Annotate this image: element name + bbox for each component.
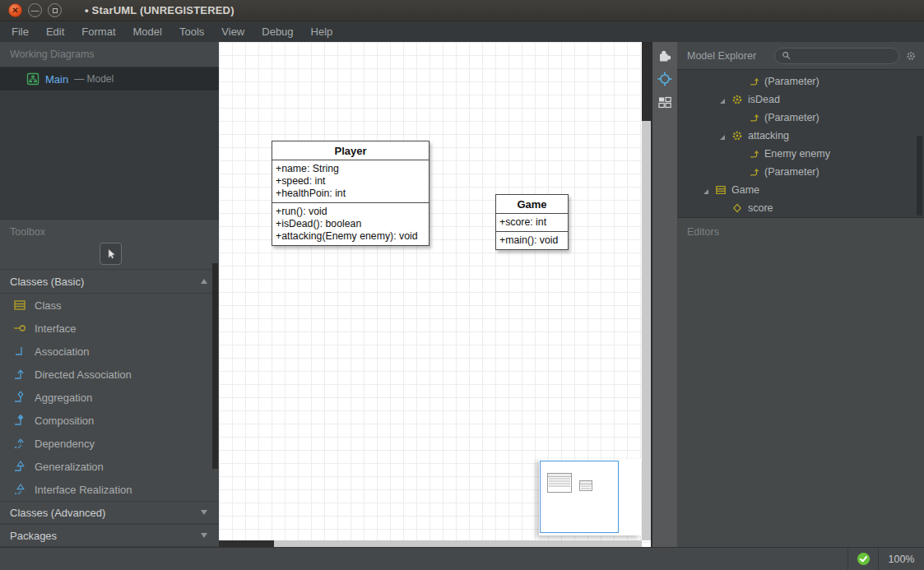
operation: +run(): void [276, 206, 425, 218]
tree-label: (Parameter) [764, 112, 820, 123]
diagram-canvas[interactable]: Player +name: String +speed: int +health… [219, 42, 651, 547]
collapse-down-icon[interactable] [201, 533, 207, 538]
parameter-icon [748, 166, 759, 178]
tool-label: Aggregation [35, 392, 92, 404]
canvas-vertical-scrollbar[interactable] [642, 42, 651, 540]
tree-item-attacking[interactable]: attacking [677, 127, 924, 145]
collapse-down-icon[interactable] [201, 510, 207, 515]
toolbox-section-classes-basic[interactable]: Classes (Basic) [0, 269, 219, 294]
staruml-window: ✕ — • StarUML (UNREGISTERED) File Edit F… [0, 0, 924, 570]
tree-label: attacking [748, 130, 789, 141]
menu-edit[interactable]: Edit [46, 25, 64, 38]
toolbox-scrollbar-thumb[interactable] [212, 263, 218, 469]
toolbox-section-classes-advanced[interactable]: Classes (Advanced) [0, 501, 219, 524]
tool-interface[interactable]: Interface [0, 317, 219, 340]
tool-label: Dependency [35, 438, 95, 450]
window-minimize-button[interactable]: — [28, 3, 42, 17]
model-explorer-search[interactable] [774, 48, 899, 64]
menu-file[interactable]: File [12, 25, 29, 38]
tool-dependency[interactable]: Dependency [0, 432, 219, 455]
menu-view[interactable]: View [221, 25, 244, 38]
class-operations: +run(): void +isDead(): boolean +attacki… [272, 203, 429, 245]
operation: +attacking(Enemy enemy): void [276, 230, 425, 243]
class-diagram-icon [26, 72, 39, 86]
extensions-puzzle-icon[interactable] [657, 49, 672, 63]
gear-icon[interactable] [906, 49, 916, 63]
menu-tools[interactable]: Tools [179, 25, 204, 38]
window-title: • StarUML (UNREGISTERED) [85, 4, 234, 16]
window-maximize-button[interactable] [48, 3, 62, 17]
window-close-button[interactable]: ✕ [8, 3, 22, 17]
menu-debug[interactable]: Debug [262, 25, 293, 38]
left-panel: Working Diagrams Main — Model Toolbox [0, 42, 219, 547]
menu-model[interactable]: Model [133, 25, 162, 38]
tool-label: Composition [35, 415, 94, 427]
tree-item-isdead[interactable]: isDead [677, 90, 924, 109]
tree-item-parameter[interactable]: (Parameter) [677, 72, 924, 90]
tool-aggregation[interactable]: Aggregation [0, 386, 219, 409]
tool-label: Association [35, 345, 89, 358]
tool-directed-association[interactable]: Directed Association [0, 363, 219, 386]
menu-format[interactable]: Format [81, 25, 115, 38]
status-bar: 100% [0, 547, 924, 570]
attribute: +name: String [276, 163, 425, 175]
uml-class-player[interactable]: Player +name: String +speed: int +health… [272, 141, 429, 246]
tool-interface-realization[interactable]: Interface Realization [0, 478, 219, 501]
tool-label: Interface [35, 322, 77, 335]
working-diagram-item-main[interactable]: Main — Model [0, 67, 219, 90]
collapse-up-icon[interactable] [201, 279, 207, 284]
tree-item-score[interactable]: score [677, 199, 924, 217]
expanded-triangle-icon[interactable] [720, 99, 725, 104]
sync-status [847, 548, 878, 570]
association-icon [13, 345, 26, 358]
model-explorer-scrollbar-thumb[interactable] [917, 136, 922, 215]
model-explorer-search-input[interactable] [795, 50, 892, 62]
class-attributes: +name: String +speed: int +healthPoin: i… [272, 160, 429, 203]
class-icon [715, 184, 727, 196]
tool-association[interactable]: Association [0, 340, 219, 363]
directed-association-icon [13, 368, 26, 381]
model-explorer-tree: (Parameter) isDead (Parame [677, 69, 924, 218]
tool-label: Interface Realization [35, 484, 132, 496]
horizontal-scrollbar-thumb[interactable] [219, 540, 274, 547]
operation: +isDead(): boolean [276, 218, 425, 230]
tree-item-parameter[interactable]: (Parameter) [677, 163, 924, 181]
tree-label: (Parameter) [764, 76, 820, 87]
diagram-name: Main [45, 73, 68, 86]
tree-item-game[interactable]: Game [677, 181, 924, 199]
diagram-parent-label: — Model [74, 73, 114, 85]
toolbox-items: Class Interface Association [0, 294, 219, 501]
operation-icon [731, 94, 743, 105]
class-name: Game [496, 195, 568, 214]
tool-composition[interactable]: Composition [0, 409, 219, 432]
class-name: Player [272, 141, 429, 160]
cursor-arrow-icon [104, 248, 117, 260]
minimap-viewport[interactable] [540, 461, 619, 533]
toolbox-section-packages[interactable]: Packages [0, 524, 219, 547]
section-label: Packages [10, 530, 57, 542]
maximize-icon [53, 8, 58, 13]
expanded-triangle-icon[interactable] [703, 189, 708, 194]
zoom-level[interactable]: 100% [878, 548, 924, 570]
search-icon [782, 50, 791, 61]
tree-item-parameter[interactable]: (Parameter) [677, 109, 924, 127]
working-diagrams-header: Working Diagrams [0, 42, 219, 67]
tool-class[interactable]: Class [0, 294, 219, 317]
menu-bar: File Edit Format Model Tools View Debug … [0, 21, 924, 42]
select-tool-button[interactable] [100, 243, 122, 265]
parameter-icon [748, 148, 759, 160]
dependency-icon [13, 437, 26, 450]
menu-help[interactable]: Help [311, 25, 333, 38]
interface-icon [13, 322, 26, 335]
minimap[interactable] [539, 459, 641, 535]
layout-grid-icon[interactable] [657, 95, 672, 109]
canvas-horizontal-scrollbar[interactable] [219, 540, 642, 547]
uml-class-game[interactable]: Game +score: int +main(): void [495, 194, 569, 250]
expanded-triangle-icon[interactable] [720, 135, 725, 140]
tool-label: Generalization [35, 461, 104, 473]
tool-generalization[interactable]: Generalization [0, 455, 219, 478]
focus-crosshair-icon[interactable] [657, 72, 672, 86]
tree-item-enemy-enemy[interactable]: Enemy enemy [677, 145, 924, 163]
vertical-scrollbar-thumb[interactable] [642, 42, 651, 121]
interface-realization-icon [13, 483, 26, 496]
